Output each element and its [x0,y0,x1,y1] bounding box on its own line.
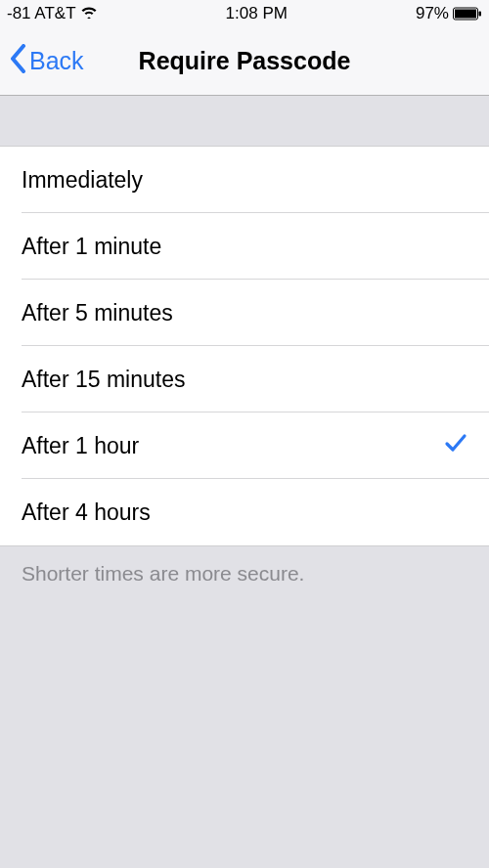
back-label: Back [29,47,84,75]
footer-note: Shorter times are more secure. [0,546,489,601]
option-item[interactable]: After 4 hours [0,479,489,545]
battery-percent: 97% [416,4,449,23]
checkmark-icon [444,431,467,460]
svg-rect-2 [478,12,481,17]
status-right: 97% [416,4,482,23]
option-item[interactable]: After 1 minute [0,213,489,280]
option-label: After 4 hours [22,499,151,526]
option-item[interactable]: After 5 minutes [0,280,489,346]
option-item[interactable]: After 15 minutes [0,346,489,412]
svg-rect-1 [455,10,476,19]
option-item[interactable]: Immediately [0,147,489,213]
back-button[interactable]: Back [10,44,84,79]
status-left: -81 AT&T [7,4,98,23]
section-spacer [0,96,489,147]
status-bar: -81 AT&T 1:08 PM 97% [0,0,489,27]
wifi-icon [80,4,98,23]
option-label: After 1 hour [22,433,139,459]
nav-bar: Back Require Passcode [0,27,489,96]
option-label: After 5 minutes [22,300,173,326]
option-label: After 1 minute [22,234,161,260]
status-time: 1:08 PM [226,4,288,23]
carrier-signal: -81 AT&T [7,4,76,23]
page-title: Require Passcode [139,47,351,75]
option-label: Immediately [22,167,143,194]
option-item[interactable]: After 1 hour [0,412,489,479]
battery-icon [453,7,482,21]
chevron-left-icon [10,44,27,79]
options-list: ImmediatelyAfter 1 minuteAfter 5 minutes… [0,147,489,545]
option-label: After 15 minutes [22,367,185,393]
